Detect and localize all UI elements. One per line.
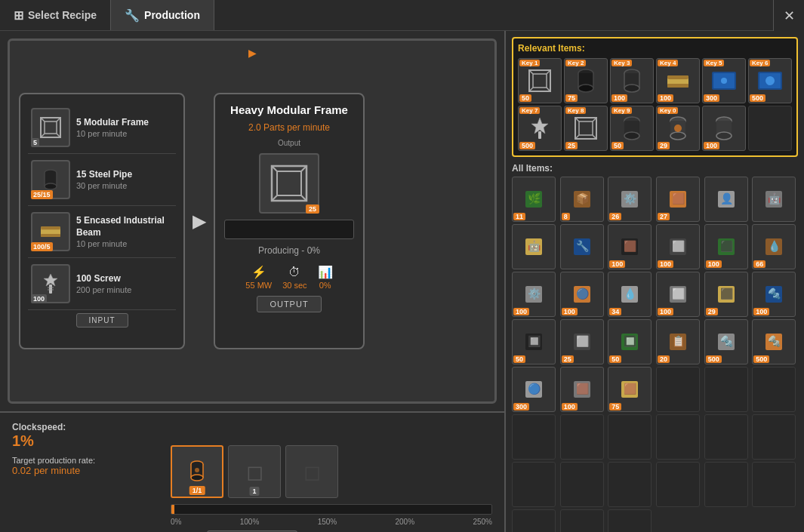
all-item-9[interactable]: ⬜100: [656, 224, 700, 269]
svg-text:⬛: ⬛: [719, 240, 733, 253]
all-item-34: [704, 414, 748, 460]
left-panel: ▶ 5 5 Modular Frame 10 per minute: [0, 31, 506, 532]
all-item-20[interactable]: 🔲50: [608, 319, 652, 364]
svg-text:🔵: 🔵: [575, 288, 589, 300]
svg-rect-48: [667, 75, 688, 79]
all-item-0[interactable]: 🌿11: [512, 177, 556, 222]
all-item-13[interactable]: 🔵100: [560, 272, 604, 317]
close-button[interactable]: ✕: [773, 0, 804, 31]
output-ppm: 2.0 Parts per minute: [248, 122, 330, 133]
machine-slot-3[interactable]: ◻: [285, 445, 338, 498]
all-item-12[interactable]: ⚙️100: [512, 272, 556, 317]
relevant-item-8[interactable]: Key 8 25: [564, 106, 608, 151]
all-item-19[interactable]: ⬜25: [560, 319, 604, 364]
all-item-1[interactable]: 📦8: [560, 177, 604, 222]
all-item-4[interactable]: 👤: [704, 177, 748, 222]
svg-rect-1: [45, 121, 57, 134]
svg-text:🤖: 🤖: [528, 240, 541, 253]
svg-text:📋: 📋: [672, 335, 685, 348]
all-item-15[interactable]: ⬜100: [656, 272, 700, 317]
all-item-3[interactable]: 🟫27: [656, 177, 700, 222]
all-item-17[interactable]: 🔩100: [752, 272, 796, 317]
modular-frame-name: 5 Modular Frame: [76, 117, 173, 129]
title-bar: ⊞ Select Recipe 🔧 Production ✕: [0, 0, 804, 31]
all-item-30: [512, 414, 556, 460]
tab-production-label: Production: [144, 9, 200, 21]
all-item-25[interactable]: 🟫100: [560, 367, 604, 412]
svg-text:💧: 💧: [768, 240, 781, 253]
all-item-24[interactable]: 🔵300: [512, 367, 556, 412]
svg-text:📦: 📦: [575, 192, 589, 205]
relevant-item-5[interactable]: Key 5 300: [702, 58, 746, 103]
all-item-21[interactable]: 📋20: [656, 319, 700, 364]
svg-point-46: [624, 85, 639, 92]
tab-select-recipe[interactable]: ⊞ Select Recipe: [0, 0, 111, 30]
tab-production[interactable]: 🔧 Production: [111, 0, 214, 30]
target-production-value: 0.02 per minute: [12, 465, 163, 476]
all-item-23[interactable]: 🔩500: [752, 319, 796, 364]
svg-text:🔲: 🔲: [528, 335, 541, 348]
all-items-title: All Items:: [512, 163, 798, 174]
time-value: 30 sec: [282, 281, 307, 290]
all-item-22[interactable]: 🔩500: [704, 319, 748, 364]
svg-marker-56: [531, 118, 548, 134]
modular-frame-icon: 5: [31, 108, 70, 147]
all-item-7[interactable]: 🔧: [560, 224, 604, 269]
beam-icon: 100/5: [31, 212, 70, 251]
clockspeed-progress-bar[interactable]: [171, 504, 492, 515]
relevant-item-6[interactable]: Key 6 500: [748, 58, 792, 103]
screw-name: 100 Screw: [76, 273, 173, 285]
recipe-item-modular-frame: 5 5 Modular Frame 10 per minute: [28, 102, 176, 154]
steel-pipe-name: 15 Steel Pipe: [76, 169, 173, 181]
time-icon: ⏱: [288, 266, 300, 279]
relevant-item-10[interactable]: Key 0 29: [656, 106, 700, 151]
screw-rate: 200 per minute: [76, 285, 173, 294]
relevant-item-4[interactable]: Key 4 100: [656, 58, 700, 103]
svg-text:🤖: 🤖: [768, 192, 781, 205]
svg-rect-59: [579, 121, 593, 135]
all-item-36: [512, 462, 556, 507]
all-item-6[interactable]: 🤖: [512, 224, 556, 269]
production-area: ▶ 5 5 Modular Frame 10 per minute: [8, 38, 497, 404]
input-card: 5 5 Modular Frame 10 per minute 25/15: [19, 93, 185, 349]
all-item-31: [560, 414, 604, 460]
all-item-16[interactable]: ⬛29: [704, 272, 748, 317]
all-item-26[interactable]: 🟫75: [608, 367, 652, 412]
svg-point-66: [624, 132, 639, 140]
relevant-item-3[interactable]: Key 3 100: [610, 58, 654, 103]
all-item-5[interactable]: 🤖: [752, 177, 796, 222]
recipe-item-steel-pipe: 25/15 15 Steel Pipe 30 per minute: [28, 154, 176, 206]
relevant-item-7[interactable]: Key 7 500: [518, 106, 562, 151]
relevant-item-1[interactable]: Key 1 50: [518, 58, 562, 103]
relevant-item-9[interactable]: Key 9 50: [610, 106, 654, 151]
svg-text:🟫: 🟫: [575, 383, 589, 395]
all-item-11[interactable]: 💧66: [752, 224, 796, 269]
relevant-item-11[interactable]: 100: [702, 106, 746, 151]
relevant-item-2[interactable]: Key 2 75: [564, 58, 608, 103]
output-input[interactable]: [224, 220, 354, 239]
steel-pipe-rate: 30 per minute: [76, 181, 173, 190]
svg-point-69: [670, 132, 685, 140]
relevant-items-grid: Key 1 50 Key 2 75 Key 3 100: [518, 58, 792, 151]
clockspeed-value: 1%: [12, 432, 163, 450]
all-item-18[interactable]: 🔲50: [512, 319, 556, 364]
svg-text:⬜: ⬜: [672, 288, 685, 300]
machine-slot-1[interactable]: 1/1: [171, 445, 223, 498]
all-item-8[interactable]: 🟫100: [608, 224, 652, 269]
machine-slot-1-badge: 1/1: [189, 486, 205, 495]
all-item-2[interactable]: ⚙️26: [608, 177, 652, 222]
machine-slot-2[interactable]: ◻ 1: [228, 445, 281, 498]
all-item-10[interactable]: ⬛100: [704, 224, 748, 269]
progress-bar-fill: [171, 505, 174, 514]
svg-point-73: [716, 132, 732, 140]
right-panel: Relevant Items: Key 1 50 Key 2 75 Key 3: [506, 31, 804, 532]
svg-point-41: [578, 85, 593, 92]
arrow-icon: ▶: [193, 211, 206, 232]
output-name: Heavy Modular Frame: [230, 103, 348, 116]
output-badge: 25: [306, 204, 319, 214]
all-item-14[interactable]: 💧34: [608, 272, 652, 317]
svg-rect-20: [277, 171, 301, 195]
output-button[interactable]: OUTPUT: [257, 296, 321, 312]
svg-text:🔧: 🔧: [575, 240, 589, 253]
main-content: ▶ 5 5 Modular Frame 10 per minute: [0, 31, 804, 532]
